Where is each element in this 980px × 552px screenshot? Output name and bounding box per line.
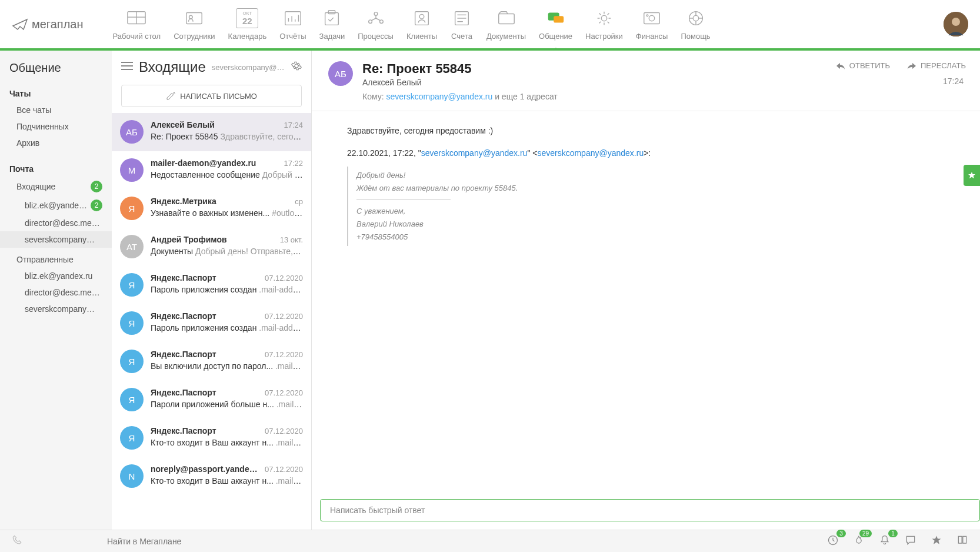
mail-avatar: АБ xyxy=(120,120,144,144)
reply-label: ОТВЕТИТЬ xyxy=(849,61,890,70)
nav-label: Процессы xyxy=(358,32,394,41)
nav-icon xyxy=(182,8,206,28)
comment-icon[interactable] xyxy=(905,534,916,548)
svg-point-29 xyxy=(693,15,698,21)
inbox-folder[interactable]: Входящие 2 xyxy=(0,177,112,196)
nav-Документы[interactable]: Документы xyxy=(486,8,526,41)
mail-time: 07.12.2020 xyxy=(265,427,303,435)
plane-icon xyxy=(12,18,28,31)
reply-button[interactable]: ОТВЕТИТЬ xyxy=(835,61,890,70)
quick-reply-input[interactable]: Написать быстрый ответ xyxy=(320,499,980,521)
app-header: мегаплан Рабочий столСотрудникиОКТ22Кале… xyxy=(0,0,980,51)
nav-Календарь[interactable]: ОКТ22Календарь xyxy=(228,8,267,41)
mail-item[interactable]: Mmailer-daemon@yandex.ru17:22Недоставлен… xyxy=(112,151,311,189)
mail-preview: Добрый день! ... xyxy=(262,170,303,179)
mail-item[interactable]: ЯЯндекс.Паспорт07.12.2020Пароли приложен… xyxy=(112,381,311,419)
svg-point-24 xyxy=(601,15,606,21)
mail-avatar: M xyxy=(120,158,144,182)
mail-preview: .mail-addres... xyxy=(275,361,303,371)
chat-item[interactable]: Подчиненных xyxy=(0,118,112,135)
mail-item[interactable]: АБАлексей Белый17:24Re: Проект 55845 Здр… xyxy=(112,113,311,151)
nav-Счета[interactable]: Счета xyxy=(450,8,474,41)
mail-subject: Документы xyxy=(151,247,193,256)
svg-rect-11 xyxy=(329,10,335,14)
mail-account[interactable]: director@desc.megaplan.ru xyxy=(0,215,112,231)
mail-sender: Яндекс.Паспорт xyxy=(151,426,216,435)
email-greeting: Здравствуйте, сегодня предоставим :) xyxy=(347,124,945,138)
chat-item[interactable]: Все чаты xyxy=(0,102,112,118)
reader-from[interactable]: Алексей Белый xyxy=(362,78,934,87)
mail-sender: Яндекс.Паспорт xyxy=(151,350,216,359)
sent-folder[interactable]: Отправленные xyxy=(0,251,112,268)
clock-icon[interactable]: 3 xyxy=(827,534,839,548)
nav-Настройки[interactable]: Настройки xyxy=(585,8,623,41)
favorites-tab[interactable] xyxy=(964,165,980,186)
star-icon[interactable] xyxy=(931,534,942,548)
book-icon[interactable] xyxy=(956,534,968,548)
nav-icon xyxy=(495,8,518,28)
mail-time: 07.12.2020 xyxy=(265,350,303,359)
mail-item[interactable]: Nnoreply@passport.yandex.ru07.12.2020Кто… xyxy=(112,457,311,496)
nav-Клиенты[interactable]: Клиенты xyxy=(406,8,437,41)
mail-item[interactable]: ЯЯндекс.МетрикасрУзнавайте о важных изме… xyxy=(112,189,311,228)
mail-account[interactable]: director@desc.megaplan.ru xyxy=(0,284,112,301)
nav-Рабочий стол[interactable]: Рабочий стол xyxy=(113,8,161,41)
global-search[interactable] xyxy=(36,537,813,546)
logo[interactable]: мегаплан xyxy=(12,18,84,31)
nav-Общение[interactable]: Общение xyxy=(539,8,572,41)
mail-time: 17:22 xyxy=(284,159,303,168)
mail-item[interactable]: ЯЯндекс.Паспорт07.12.2020Пароль приложен… xyxy=(112,266,311,304)
svg-rect-25 xyxy=(644,12,659,24)
mail-item[interactable]: ЯЯндекс.Паспорт07.12.2020Кто-то входит в… xyxy=(112,419,311,457)
svg-point-27 xyxy=(646,14,648,16)
fire-icon[interactable]: 29 xyxy=(853,534,865,548)
nav-icon xyxy=(410,8,434,28)
burger-icon[interactable] xyxy=(121,61,133,73)
sidebar: Общение Чаты Все чатыПодчиненныхАрхив По… xyxy=(0,51,112,530)
nav-Задачи[interactable]: Задачи xyxy=(319,8,345,41)
mail-subject: Узнавайте о важных изменен... xyxy=(151,208,269,218)
reader-to-email[interactable]: severskcompany@yandex.ru xyxy=(386,92,493,101)
reader-to: Кому: severskcompany@yandex.ru и еще 1 а… xyxy=(362,92,934,101)
mail-list: Входящие severskcompany@yandex... НАПИСА… xyxy=(112,51,312,530)
user-avatar[interactable] xyxy=(944,12,968,36)
mail-sender: Андрей Трофимов xyxy=(151,235,227,244)
mail-avatar: Я xyxy=(120,426,144,450)
phone-icon[interactable] xyxy=(12,535,22,548)
forward-button[interactable]: ПЕРЕСЛАТЬ xyxy=(906,61,966,70)
mail-item[interactable]: ЯЯндекс.Паспорт07.12.2020Вы включили дос… xyxy=(112,342,311,381)
mail-account[interactable]: bliz.ek@yandex.ru2 xyxy=(0,196,112,215)
nav-Сотрудники[interactable]: Сотрудники xyxy=(174,8,215,41)
gear-icon[interactable] xyxy=(291,61,302,74)
mail-avatar: N xyxy=(120,464,144,488)
nav-Процессы[interactable]: Процессы xyxy=(358,8,394,41)
reader-avatar: АБ xyxy=(328,61,353,86)
clock-badge: 3 xyxy=(836,530,846,537)
nav-Финансы[interactable]: Финансы xyxy=(636,8,668,41)
mail-account[interactable]: bliz.ek@yandex.ru xyxy=(0,268,112,284)
mail-preview: #outlook a {... xyxy=(272,208,303,218)
mail-avatar: Я xyxy=(120,197,144,220)
mail-account[interactable]: severskcompany@yandex.ru xyxy=(0,231,112,248)
mail-list-account[interactable]: severskcompany@yandex... xyxy=(212,63,285,72)
svg-point-35 xyxy=(952,18,960,26)
mail-sender: noreply@passport.yandex.ru xyxy=(151,464,260,474)
mail-subject: Кто-то входит в Ваш аккаунт н... xyxy=(151,438,274,447)
bell-icon[interactable]: 1 xyxy=(879,534,891,548)
mail-sender: Яндекс.Метрика xyxy=(151,197,216,206)
mail-sender: mailer-daemon@yandex.ru xyxy=(151,158,256,168)
mail-subject: Пароль приложения создан xyxy=(151,285,256,294)
mail-item[interactable]: АТАндрей Трофимов13 окт.Документы Добрый… xyxy=(112,228,311,266)
nav-Помощь[interactable]: Помощь xyxy=(681,8,710,41)
chat-item[interactable]: Архив xyxy=(0,135,112,151)
nav-label: Календарь xyxy=(228,32,267,41)
mail-subject: Re: Проект 55845 xyxy=(151,132,218,141)
nav-icon: ОКТ22 xyxy=(235,8,259,28)
mail-account[interactable]: severskcompany@yandex.ru xyxy=(0,301,112,317)
mail-item[interactable]: ЯЯндекс.Паспорт07.12.2020Пароль приложен… xyxy=(112,304,311,342)
chats-section[interactable]: Чаты xyxy=(0,83,112,102)
mail-section[interactable]: Почта xyxy=(0,158,112,177)
compose-button[interactable]: НАПИСАТЬ ПИСЬМО xyxy=(121,85,302,107)
nav-Отчёты[interactable]: Отчёты xyxy=(279,8,306,41)
mail-avatar: АТ xyxy=(120,235,144,258)
